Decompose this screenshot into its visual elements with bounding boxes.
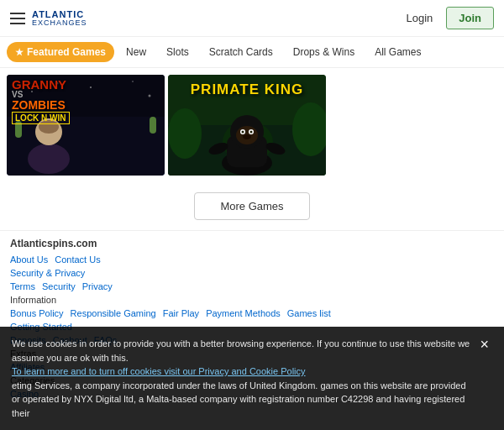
game-card-primate[interactable]: PRIMATE KING — [168, 75, 326, 176]
header-left: ATLANTIC EXCHANGES — [10, 10, 87, 27]
footer-link-bonus-policy[interactable]: Bonus Policy — [10, 308, 64, 318]
more-games-container: More Games — [0, 182, 504, 230]
tab-new[interactable]: New — [118, 42, 155, 62]
tab-slots[interactable]: Slots — [158, 42, 197, 62]
tab-featured[interactable]: ★ Featured Games — [7, 42, 114, 62]
tab-all-games[interactable]: All Games — [366, 42, 429, 62]
nav-tabs: ★ Featured Games New Slots Scratch Cards… — [0, 37, 504, 68]
footer-link-privacy[interactable]: Privacy — [82, 281, 113, 291]
logo[interactable]: ATLANTIC EXCHANGES — [32, 10, 87, 27]
footer-row-about: About Us Contact Us — [10, 254, 494, 265]
svg-point-14 — [168, 108, 202, 159]
logo-line1: ATLANTIC — [32, 10, 84, 19]
cookie-main-text: We use cookies in order to provide you w… — [12, 338, 470, 363]
footer-link-payment-methods[interactable]: Payment Methods — [206, 308, 281, 318]
footer-link-security-privacy[interactable]: Security & Privacy — [10, 268, 85, 278]
join-button[interactable]: Join — [446, 7, 494, 29]
logo-line2: EXCHANGES — [32, 19, 87, 27]
granny-title-line4: LOCK N WIN — [12, 112, 70, 124]
footer-row-terms: Terms Security Privacy — [10, 281, 494, 291]
primate-title: PRIMATE KING — [191, 81, 303, 97]
cookie-policy-link[interactable]: To learn more and to turn off cookies vi… — [12, 366, 306, 376]
header: ATLANTIC EXCHANGES Login Join — [0, 0, 504, 37]
menu-icon[interactable] — [10, 13, 25, 24]
footer-row-security: Security & Privacy — [10, 268, 494, 278]
footer-link-about-us[interactable]: About Us — [10, 254, 48, 265]
cookie-text: We use cookies in order to provide you w… — [12, 337, 470, 409]
footer-brand: Atlanticspins.com — [10, 238, 494, 249]
tab-featured-label: Featured Games — [27, 46, 106, 58]
svg-point-25 — [243, 134, 251, 139]
granny-scene: GRANNY VS ZOMBIES LOCK N WIN — [7, 75, 165, 176]
granny-title-line3: ZOMBIES — [12, 99, 160, 111]
svg-point-6 — [28, 144, 70, 174]
svg-point-23 — [242, 131, 244, 134]
footer-row-information: Information — [10, 295, 494, 305]
footer-link-contact-us[interactable]: Contact Us — [55, 254, 100, 265]
svg-point-24 — [250, 131, 253, 134]
footer-link-games-list[interactable]: Games list — [287, 308, 331, 318]
cookie-banner: We use cookies in order to provide you w… — [0, 327, 504, 409]
games-grid: GRANNY VS ZOMBIES LOCK N WIN — [0, 68, 504, 182]
star-icon: ★ — [15, 47, 24, 58]
footer-link-fair-play[interactable]: Fair Play — [163, 308, 199, 318]
primate-scene: PRIMATE KING — [168, 75, 326, 176]
more-games-button[interactable]: More Games — [194, 192, 309, 220]
footer-label-information: Information — [10, 295, 56, 305]
login-button[interactable]: Login — [399, 8, 439, 28]
granny-title-line1: GRANNY — [12, 78, 160, 91]
game-card-granny[interactable]: GRANNY VS ZOMBIES LOCK N WIN — [7, 75, 165, 176]
cookie-close-button[interactable]: × — [476, 337, 492, 352]
tab-drops-wins[interactable]: Drops & Wins — [285, 42, 363, 62]
tab-scratch-cards[interactable]: Scratch Cards — [201, 42, 281, 62]
footer-link-terms[interactable]: Terms — [10, 281, 35, 291]
footer-link-security[interactable]: Security — [42, 281, 76, 291]
cookie-extra-text: eting Services, a company incorporated u… — [12, 380, 466, 410]
header-right: Login Join — [399, 7, 494, 29]
footer-row-policy: Bonus Policy Responsible Gaming Fair Pla… — [10, 308, 494, 318]
primate-title-overlay: PRIMATE KING — [191, 81, 303, 98]
footer-link-responsible-gaming[interactable]: Responsible Gaming — [71, 308, 156, 318]
granny-title-overlay: GRANNY VS ZOMBIES LOCK N WIN — [12, 78, 160, 124]
